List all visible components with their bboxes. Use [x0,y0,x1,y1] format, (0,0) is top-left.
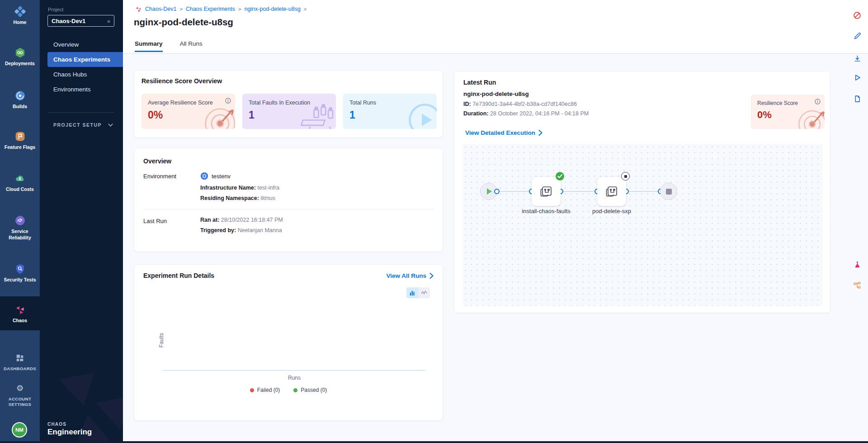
pipeline-node-pod-delete-sxp[interactable] [597,177,626,206]
resilience-score-mini-card: Resilience Score 0% [751,95,825,129]
kubernetes-icon [200,172,208,180]
fault-step-icon [604,184,619,199]
rail-item-account-settings[interactable]: ⚙ ACCOUNT SETTINGS [0,382,40,408]
line-chart-toggle-button[interactable] [418,287,430,298]
stat-label: Total Runs [349,100,430,106]
latest-run-card: Latest Run nginx-pod-delete-u8sg ID: 7e7… [454,71,830,313]
info-icon[interactable] [815,98,821,106]
stat-total-faults: Total Faults In Execution 1 [242,94,336,129]
run-details-card: Experiment Run Details View All Runs Fau… [134,264,443,421]
brand-block: CHAOS Engineering [47,422,92,437]
latest-run-duration-line: Duration: 28 October 2022, 04:16 PM - 04… [463,110,589,117]
view-detailed-execution-link[interactable]: View Detailed Execution [465,129,542,136]
legend-passed-label: Passed (0) [301,387,327,393]
breadcrumb-experiment-name[interactable]: nginx-pod-delete-u8sg [244,6,300,12]
score-value: 0% [757,109,818,121]
section-title: Latest Run [463,79,496,86]
security-tests-icon [14,263,26,275]
project-selector[interactable]: Chaos-Dev1 » [47,15,114,27]
rail-item-security-tests[interactable]: Security Tests [0,263,40,283]
breadcrumb-separator: > [304,6,307,12]
experiments-panel-button[interactable] [853,260,862,269]
chart-x-axis [163,370,425,371]
overview-card: Overview Environment testenv Infrastruct… [134,148,443,252]
page-header: Chaos-Dev1 > Chaos Experiments > nginx-p… [123,0,868,54]
pipeline-node-install-chaos-faults[interactable] [532,177,561,206]
edit-experiment-button[interactable] [853,31,862,40]
section-title: Resilience Score Overview [142,77,222,85]
rail-item-chaos[interactable]: Chaos [0,296,40,330]
module-rail: Home Deployments Builds Feature Flags $ … [0,0,40,443]
fault-step-icon [538,184,554,199]
breadcrumb-project[interactable]: Chaos-Dev1 [145,6,176,12]
environment-row: Environment testenv Infrastructure Name:… [143,172,434,205]
brand-chaos: CHAOS [47,422,92,427]
resilience-overview-card: Resilience Score Overview Average Resili… [134,70,443,138]
play-icon [854,74,861,81]
duration-label: Duration: [463,110,489,117]
breadcrumb-experiments[interactable]: Chaos Experiments [186,6,235,12]
sidebar-item-chaos-hubs[interactable]: Chaos Hubs [47,67,123,82]
section-title: Experiment Run Details [143,272,214,279]
download-manifest-button[interactable] [853,54,862,63]
failed-dot-icon [250,388,254,392]
environment-label: Environment [143,172,200,205]
legend-failed-label: Failed (0) [257,387,280,393]
bar-chart-toggle-button[interactable] [406,287,418,298]
line-chart-icon [421,290,427,295]
rail-item-home[interactable]: Home [0,5,40,26]
passed-dot-icon [293,388,297,392]
divider [47,112,114,113]
tab-all-runs[interactable]: All Runs [180,40,203,52]
project-setup-toggle[interactable]: PROJECT SETUP [53,122,113,128]
last-run-row: Last Run Ran at: 28/10/2022 16:18:47 PM … [143,217,434,238]
section-title: Overview [143,157,171,165]
info-icon[interactable] [225,97,231,105]
sidebar-item-environments[interactable]: Environments [47,82,123,97]
service-reliability-icon [14,214,26,226]
rail-item-dashboards[interactable]: DASHBOARDS [0,352,40,372]
rail-label: Chaos [11,318,29,324]
svg-text:$: $ [19,176,21,181]
project-sidebar: Project Chaos-Dev1 » Overview Chaos Expe… [40,0,123,443]
pipeline-node-label: pod-delete-sxp [582,207,641,215]
view-all-runs-link[interactable]: View All Runs [386,272,434,279]
stop-experiment-button[interactable] [853,11,862,20]
id-label: ID: [463,101,471,107]
sidebar-item-chaos-experiments[interactable]: Chaos Experiments [47,52,123,67]
id-value: 7e7390d1-3a44-4bf2-b38a-cd7df140ec86 [472,101,577,107]
ran-at-label: Ran at: [200,217,219,223]
pipeline-panel-button[interactable] [853,281,862,290]
rail-item-service-reliability[interactable]: Service Reliability [0,214,40,241]
rail-label: Feature Flags [3,144,37,151]
home-icon [14,5,26,17]
stat-row: Average Resilience Score 0% Total Faults… [142,94,437,129]
stopped-badge-icon [621,172,630,181]
rail-item-cloud-costs[interactable]: $ Cloud Costs [0,172,40,193]
breadcrumb-separator: > [179,6,182,12]
sidebar-item-overview[interactable]: Overview [47,37,123,52]
stat-label: Total Faults In Execution [249,100,330,106]
rail-item-feature-flags[interactable]: Feature Flags [0,130,40,151]
user-avatar[interactable]: NM [12,422,27,438]
rail-label: ACCOUNT SETTINGS [4,396,36,408]
run-experiment-button[interactable] [853,73,862,82]
bar-chart-icon [410,290,415,296]
rail-item-builds[interactable]: Builds [0,90,40,110]
document-icon [854,95,861,103]
brand-engineering: Engineering [47,428,92,437]
download-icon [854,55,861,62]
view-manifest-button[interactable] [853,94,862,103]
rail-item-deployments[interactable]: Deployments [0,47,40,67]
tab-summary[interactable]: Summary [135,40,163,52]
rail-label: Builds [11,104,29,110]
rail-label: Home [11,19,28,26]
pipeline-canvas[interactable]: install-chaos-faults pod-delete-sxp [462,144,823,306]
project-label: Project [48,7,63,12]
pipeline-connector [497,191,532,192]
latest-run-name: nginx-pod-delete-u8sg [463,91,529,97]
project-setup-label: PROJECT SETUP [53,122,102,128]
namespace-value: litmus [260,195,275,201]
start-play-icon [487,188,492,195]
page-title: nginx-pod-delete-u8sg [134,17,233,28]
